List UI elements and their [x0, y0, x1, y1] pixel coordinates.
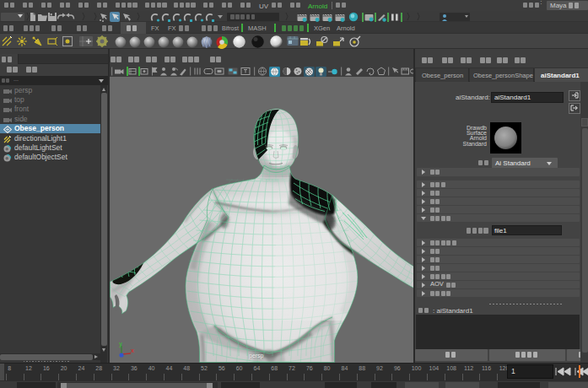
- svg-text:x: x: [131, 348, 134, 353]
- svg-text:y: y: [119, 341, 122, 348]
